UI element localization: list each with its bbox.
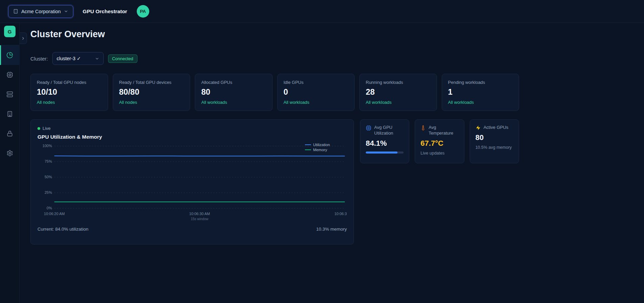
avg-gpu-utilization-card: Avg GPU Utilization 84.1% [360,119,409,163]
live-dot-icon [37,127,40,130]
sidebar: G [0,23,20,303]
metric-label: Avg GPU Utilization [374,125,404,136]
building-grid-icon [6,111,13,117]
utilization-chart: 0%25%50%75%100%10:06:20 AM10:06:30 AM10:… [37,142,347,223]
connection-status-badge: Connected [108,54,137,63]
sidebar-item-settings[interactable] [0,143,19,163]
avg-temperature-card: Avg Temperature 67.7°C Live updates [415,119,464,163]
chevron-right-icon [21,36,25,41]
org-selector-button[interactable]: Acme Corporation [8,5,73,18]
stat-card-gpu-devices: Ready / Total GPU devices 80/80 All node… [113,74,190,111]
chart-title: GPU Utilization & Memory [37,134,347,140]
stat-value: 0 [284,87,349,97]
svg-text:10:06:20 AM: 10:06:20 AM [44,212,65,216]
page-title: Cluster Overview [30,29,105,40]
stat-card-running-workloads: Running workloads 28 All workloads [359,74,437,111]
sidebar-item-overview[interactable] [0,45,19,65]
live-label: Live [43,126,51,131]
cluster-select-value: cluster-3 ✓ [57,56,81,61]
svg-text:15s window: 15s window [191,217,209,221]
stat-label: Ready / Total GPU nodes [37,80,102,85]
stat-card-allocated-gpus: Allocated GPUs 80 All workloads [195,74,273,111]
legend-item-utilization: Utilization [305,143,330,147]
stat-label: Ready / Total GPU devices [119,80,184,85]
stat-card-idle-gpus: Idle GPUs 0 All workloads [277,74,355,111]
gear-icon [6,150,13,157]
chart-footer: Current: 84.0% utilization 10.3% memory [37,227,347,232]
sidebar-expand-button[interactable] [20,32,27,44]
pie-chart-icon [6,52,13,59]
stat-value: 10/10 [37,87,102,97]
stat-label: Pending workloads [448,80,513,85]
stat-link-all-nodes[interactable]: All nodes [37,100,55,105]
thermometer-icon [420,125,426,131]
stat-label: Running workloads [366,80,431,85]
metric-subtext: Live updates [420,151,458,156]
cluster-row: Cluster: cluster-3 ✓ Connected [30,52,137,65]
gpu-util-progress-fill [366,152,397,154]
active-gpus-card: Active GPUs 80 10.5% avg memory [470,119,519,163]
stat-label: Idle GPUs [284,80,349,85]
chip-icon [6,71,13,78]
metric-value: 84.1% [366,139,404,148]
svg-text:0%: 0% [47,206,52,210]
sidebar-item-workloads[interactable] [0,65,19,85]
stat-card-pending-workloads: Pending workloads 1 All workloads [442,74,519,111]
app-logo[interactable]: G [4,26,16,37]
avatar[interactable]: PA [137,5,149,18]
lock-icon [6,130,13,137]
cluster-label: Cluster: [30,56,48,62]
stat-value: 1 [448,87,513,97]
chevron-down-icon [64,9,68,14]
stat-value: 80 [201,87,266,97]
stat-link-all-workloads[interactable]: All workloads [201,100,227,105]
stat-value: 80/80 [119,87,184,97]
side-metric-cards: Avg GPU Utilization 84.1% Avg Temperatur… [360,119,519,163]
org-name: Acme Corporation [21,9,61,14]
gpu-util-progress [366,152,404,154]
stat-link-all-nodes[interactable]: All nodes [119,100,137,105]
stat-value: 28 [366,87,431,97]
app-root: Acme Corporation GPU Orchestrator PA G [0,0,644,303]
stat-cards-row: Ready / Total GPU nodes 10/10 All nodes … [30,74,519,111]
legend-swatch-icon [305,149,311,150]
utilization-chart-card: Live GPU Utilization & Memory 0%25%50%75… [30,119,354,244]
metric-subtext: 10.5% avg memory [475,145,513,150]
stat-link-all-workloads[interactable]: All workloads [448,100,474,105]
cpu-icon [366,125,371,131]
live-indicator: Live [37,126,347,131]
utilization-chart-svg: 0%25%50%75%100%10:06:20 AM10:06:30 AM10:… [37,142,347,223]
svg-text:10:06:30 AM: 10:06:30 AM [189,212,210,216]
metric-value: 67.7°C [420,139,458,148]
svg-text:25%: 25% [45,190,52,194]
current-memory-text: 10.3% memory [316,227,347,232]
stat-label: Allocated GPUs [201,80,266,85]
legend-swatch-icon [305,144,311,145]
sidebar-item-nodes[interactable] [0,85,19,104]
sidebar-nav [0,45,19,163]
cluster-select[interactable]: cluster-3 ✓ [52,52,104,65]
chevron-down-icon [95,56,99,61]
svg-text:10:06:35 AM: 10:06:35 AM [334,212,347,216]
server-icon [6,91,13,98]
building-icon [13,9,18,14]
metric-label: Avg Temperature [429,125,458,136]
lightning-icon [475,125,481,131]
stat-link-all-workloads[interactable]: All workloads [366,100,392,105]
svg-text:50%: 50% [45,175,52,179]
svg-text:100%: 100% [43,144,52,148]
chart-legend: UtilizationMemory [305,143,330,152]
stat-card-gpu-nodes: Ready / Total GPU nodes 10/10 All nodes [30,74,108,111]
current-utilization-text: Current: 84.0% utilization [37,227,88,232]
svg-text:75%: 75% [45,159,52,163]
sidebar-item-devices[interactable] [0,104,19,124]
metric-label: Active GPUs [484,125,509,131]
metric-value: 80 [475,133,513,142]
app-title: GPU Orchestrator [83,8,127,15]
stat-link-all-workloads[interactable]: All workloads [284,100,310,105]
topbar: Acme Corporation GPU Orchestrator PA [0,0,644,23]
sidebar-item-security[interactable] [0,124,19,143]
legend-item-memory: Memory [305,148,330,152]
